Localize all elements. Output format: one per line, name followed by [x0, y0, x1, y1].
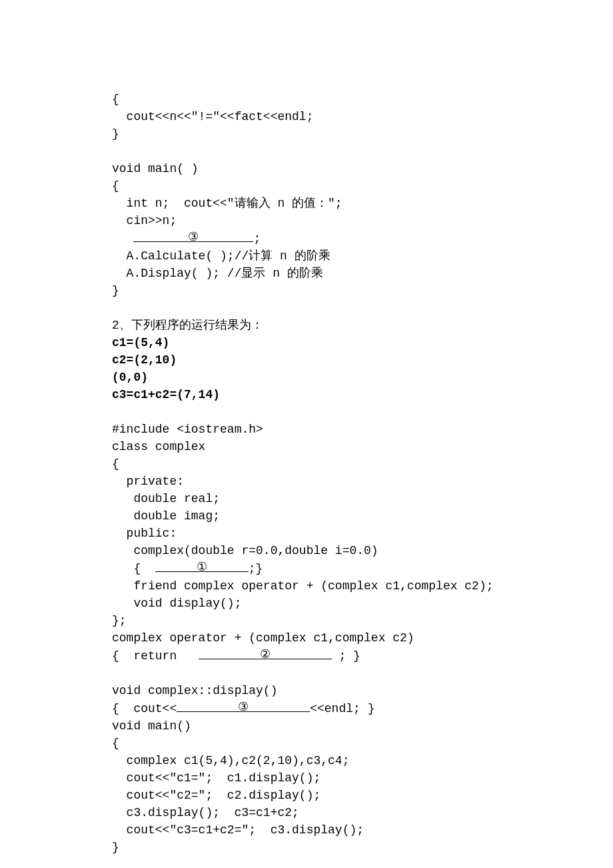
expected-output: c2=(2,10)	[112, 353, 177, 367]
code-line: friend complex operator + (complex c1,co…	[112, 579, 494, 593]
fill-blank-3b: ③	[177, 699, 310, 712]
code-line: c3.display(); c3=c1+c2;	[112, 806, 299, 819]
code-line: }	[112, 284, 119, 297]
fill-blank-2: ②	[199, 647, 332, 659]
fill-blank-1: ①	[155, 559, 249, 572]
code-line: void complex::display()	[112, 684, 277, 697]
code-line: cout<<"c1="; c1.display();	[112, 771, 320, 785]
expected-output: c3=c1+c2=(7,14)	[112, 388, 220, 401]
code-line: #include <iostream.h>	[112, 423, 263, 436]
code-line: }	[112, 127, 119, 141]
code-line: cout<<"c2="; c2.display();	[112, 789, 320, 802]
code-fragment	[112, 232, 133, 245]
code-fragment: ; }	[332, 649, 360, 663]
code-line: double real;	[112, 492, 220, 505]
code-fragment: { return	[112, 649, 199, 663]
code-line: class complex	[112, 440, 205, 453]
code-line: void main( )	[112, 162, 199, 175]
code-line: complex c1(5,4),c2(2,10),c3,c4;	[112, 754, 349, 767]
code-fragment: ;	[253, 232, 261, 245]
code-line: complex(double r=0.0,double i=0.0)	[112, 544, 378, 557]
code-line: {	[112, 457, 119, 471]
code-line-with-blank: { cout<<③<<endl; }	[112, 702, 374, 715]
code-line: {	[112, 179, 119, 193]
code-line: cout<<n<<"!="<<fact<<endl;	[112, 110, 313, 123]
code-line-with-blank: ③;	[112, 232, 261, 245]
code-line: int n; cout<<"请输入 n 的值：";	[112, 197, 342, 210]
blank-number: ③	[238, 699, 249, 713]
question-heading: 2、下列程序的运行结果为：	[112, 319, 263, 332]
code-document: { cout<<n<<"!="<<fact<<endl; } void main…	[0, 0, 613, 868]
code-line: cin>>n;	[112, 214, 177, 227]
code-line-with-blank: { ①;}	[112, 562, 263, 575]
code-fragment: { cout<<	[112, 702, 177, 715]
code-line-with-blank: { return ② ; }	[112, 649, 360, 663]
expected-output: (0,0)	[112, 371, 148, 384]
expected-output: c1=(5,4)	[112, 336, 169, 349]
fill-blank-3: ③	[133, 229, 253, 242]
code-line: A.Calculate( );//计算 n 的阶乘	[112, 249, 330, 263]
code-line: public:	[112, 527, 177, 540]
code-line: A.Display( ); //显示 n 的阶乘	[112, 267, 323, 280]
code-line: private:	[112, 475, 184, 488]
code-fragment: {	[112, 562, 155, 575]
code-line: void display();	[112, 597, 241, 610]
code-fragment: ;}	[249, 562, 263, 575]
blank-number: ①	[197, 559, 207, 573]
code-line: void main()	[112, 719, 191, 733]
blank-number: ②	[260, 647, 271, 661]
code-line: {	[112, 93, 119, 106]
code-line: }	[112, 841, 119, 854]
code-fragment: <<endl; }	[310, 702, 374, 715]
code-line: complex operator + (complex c1,complex c…	[112, 631, 414, 645]
code-line: };	[112, 614, 127, 627]
code-line: double imag;	[112, 509, 220, 523]
blank-number: ③	[188, 229, 199, 243]
code-line: cout<<"c3=c1+c2="; c3.display();	[112, 823, 364, 837]
code-line: {	[112, 737, 119, 750]
